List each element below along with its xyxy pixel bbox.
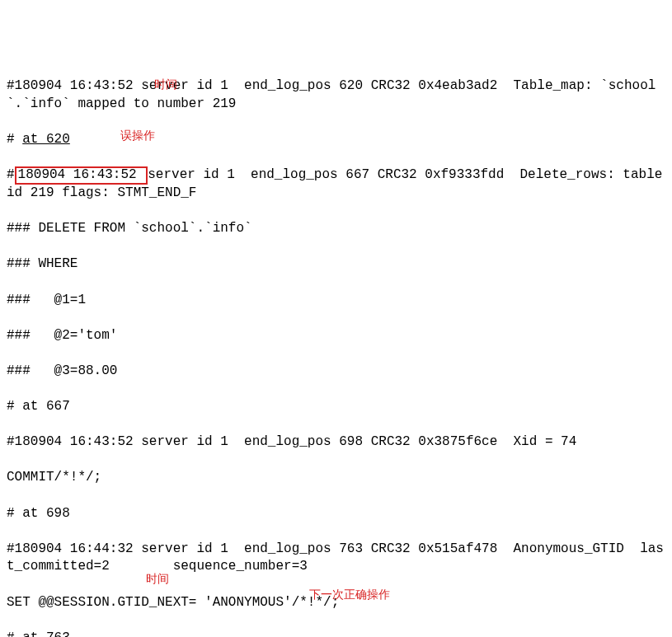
log-line: ### WHERE bbox=[7, 255, 665, 274]
annotation-next-correct-op: 下一次正确操作 bbox=[309, 587, 390, 602]
highlight-timestamp-1: 180904 16:43:52 bbox=[15, 166, 148, 185]
annotation-misoperation: 误操作 bbox=[120, 128, 155, 143]
log-line: # at 667 bbox=[7, 398, 665, 416]
log-line: #180904 16:43:52 server id 1 end_log_pos… bbox=[7, 166, 665, 202]
at-position: at 620 bbox=[22, 132, 70, 147]
log-line: #180904 16:44:32 server id 1 end_log_pos… bbox=[7, 541, 665, 576]
log-line: COMMIT/*!*/; bbox=[7, 469, 665, 487]
log-line: ### @2='tom' bbox=[7, 327, 665, 345]
log-line: #180904 16:43:52 server id 1 end_log_pos… bbox=[7, 77, 665, 113]
annotation-time-2: 时间 bbox=[146, 571, 169, 587]
log-line: ### @1=1 bbox=[7, 292, 665, 310]
log-line: # at 698 bbox=[7, 505, 665, 523]
log-line: #180904 16:43:52 server id 1 end_log_pos… bbox=[7, 433, 665, 452]
log-line: ### DELETE FROM `school`.`info` bbox=[7, 220, 665, 238]
annotation-time-1: 时间 bbox=[154, 77, 177, 92]
log-text: # bbox=[7, 167, 15, 182]
log-line: ### @3=88.00 bbox=[7, 363, 665, 381]
log-text: # bbox=[7, 132, 22, 147]
log-line: # at 620 bbox=[7, 131, 665, 149]
log-line: # at 763 bbox=[7, 630, 665, 637]
